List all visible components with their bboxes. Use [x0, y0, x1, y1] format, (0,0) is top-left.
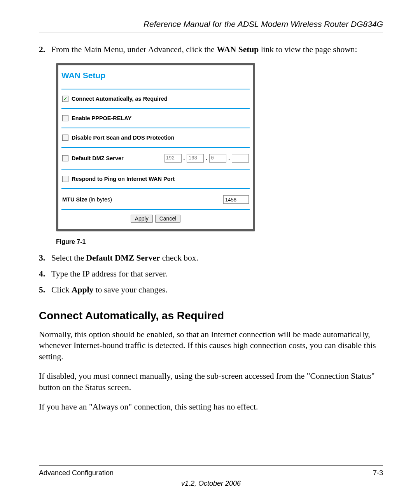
row-pppoe-relay: Enable PPPOE-RELAY — [61, 109, 250, 128]
document-header-title: Reference Manual for the ADSL Modem Wire… — [39, 19, 383, 29]
step-text: From the Main Menu, under Advanced, clic… — [51, 44, 357, 55]
row-disable-portscan: Disable Port Scan and DOS Protection — [61, 128, 250, 147]
label-pppoe-relay: Enable PPPOE-RELAY — [72, 115, 131, 121]
figure-wrapper: WAN Setup Connect Automatically, as Requ… — [56, 63, 383, 245]
row-connect-auto: Connect Automatically, as Required — [61, 89, 250, 108]
body-paragraph: If you have an "Always on" connection, t… — [39, 401, 383, 412]
checkbox-default-dmz[interactable] — [62, 155, 68, 161]
dmz-ip-octet-4[interactable] — [232, 154, 249, 163]
step-text: Click Apply to save your changes. — [51, 284, 168, 296]
body-paragraph: Normally, this option should be enabled,… — [39, 329, 383, 362]
list-item-3: 3. Select the Default DMZ Server check b… — [39, 252, 383, 264]
dmz-ip-group: . . . — [164, 154, 249, 163]
wan-setup-panel: WAN Setup Connect Automatically, as Requ… — [56, 63, 255, 231]
list-item-5: 5. Click Apply to save your changes. — [39, 284, 383, 296]
step-number: 2. — [39, 44, 49, 55]
label-mtu-size: MTU Size (in bytes) — [62, 196, 112, 203]
step-number: 4. — [39, 268, 49, 280]
label-connect-auto: Connect Automatically, as Required — [72, 96, 168, 102]
row-default-dmz: Default DMZ Server . . . — [61, 148, 250, 169]
footer-version: v1.2, October 2006 — [39, 480, 383, 488]
apply-button[interactable]: Apply — [131, 215, 153, 223]
header-rule — [39, 33, 383, 33]
label-default-dmz: Default DMZ Server — [72, 155, 124, 161]
instruction-list-cont: 3. Select the Default DMZ Server check b… — [39, 252, 383, 296]
step-number: 3. — [39, 252, 49, 264]
page: Reference Manual for the ADSL Modem Wire… — [0, 0, 420, 504]
list-item-4: 4. Type the IP address for that server. — [39, 268, 383, 280]
figure-caption: Figure 7-1 — [56, 238, 383, 245]
dot-icon: . — [204, 156, 209, 161]
list-item-2: 2. From the Main Menu, under Advanced, c… — [39, 44, 383, 55]
cancel-button[interactable]: Cancel — [155, 215, 181, 223]
body-paragraph: If disabled, you must connect manually, … — [39, 371, 383, 393]
checkbox-disable-portscan[interactable] — [62, 135, 68, 141]
checkbox-respond-ping[interactable] — [62, 176, 68, 182]
checkbox-pppoe-relay[interactable] — [62, 115, 68, 121]
mtu-input[interactable] — [223, 195, 249, 204]
step-number: 5. — [39, 284, 49, 296]
panel-button-row: Apply Cancel — [61, 210, 250, 224]
footer-section-name: Advanced Configuration — [39, 469, 114, 477]
footer-page-number: 7-3 — [373, 469, 383, 477]
dmz-ip-octet-2[interactable] — [187, 154, 204, 163]
dot-icon: . — [226, 156, 232, 161]
checkbox-connect-auto[interactable] — [62, 96, 68, 102]
row-respond-ping: Respond to Ping on Internet WAN Port — [61, 170, 250, 188]
instruction-list: 2. From the Main Menu, under Advanced, c… — [39, 44, 383, 55]
label-disable-portscan: Disable Port Scan and DOS Protection — [72, 135, 174, 141]
step-text: Select the Default DMZ Server check box. — [51, 252, 198, 264]
row-mtu-size: MTU Size (in bytes) — [61, 189, 250, 209]
step-text: Type the IP address for that server. — [51, 268, 167, 280]
label-respond-ping: Respond to Ping on Internet WAN Port — [72, 176, 175, 182]
dmz-ip-octet-1[interactable] — [164, 154, 182, 163]
mtu-input-wrap — [223, 195, 249, 204]
page-footer: Advanced Configuration 7-3 v1.2, October… — [39, 466, 383, 488]
footer-rule — [39, 466, 383, 466]
panel-title: WAN Setup — [61, 70, 250, 89]
dmz-ip-octet-3[interactable] — [209, 154, 226, 163]
section-heading: Connect Automatically, as Required — [39, 310, 383, 322]
dot-icon: . — [182, 156, 187, 161]
